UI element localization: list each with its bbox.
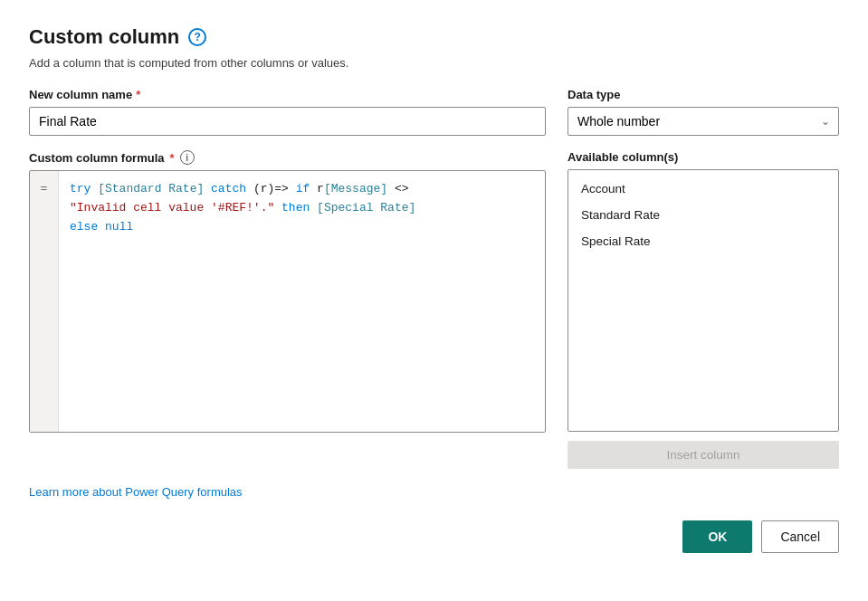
formula-required: * bbox=[170, 151, 175, 165]
list-item[interactable]: Standard Rate bbox=[568, 202, 838, 228]
top-form-row: New column name * Data type Automatic Te… bbox=[29, 88, 839, 136]
data-type-select-wrapper: Automatic Text Whole number Decimal numb… bbox=[568, 107, 839, 136]
formula-info-icon[interactable]: i bbox=[180, 150, 195, 165]
data-type-section: Data type Automatic Text Whole number De… bbox=[568, 88, 839, 136]
formula-col-left: Custom column formula * i = try [Standar… bbox=[29, 150, 546, 469]
ok-button[interactable]: OK bbox=[682, 520, 752, 553]
help-icon[interactable]: ? bbox=[188, 28, 206, 46]
column-name-input[interactable] bbox=[29, 107, 546, 136]
dialog-actions: OK Cancel bbox=[29, 520, 839, 553]
custom-column-dialog: Custom column ? Add a column that is com… bbox=[0, 0, 868, 601]
dialog-subtitle: Add a column that is computed from other… bbox=[29, 56, 839, 70]
formula-content-area[interactable]: try [Standard Rate] catch (r)=> if r[Mes… bbox=[59, 171, 545, 432]
cancel-button[interactable]: Cancel bbox=[761, 520, 839, 553]
formula-col-right: Available column(s) Account Standard Rat… bbox=[568, 150, 839, 469]
column-name-section: New column name * bbox=[29, 88, 546, 136]
formula-gutter: = bbox=[30, 171, 59, 432]
list-item[interactable]: Special Rate bbox=[568, 228, 838, 254]
column-name-label: New column name * bbox=[29, 88, 546, 101]
list-item[interactable]: Account bbox=[568, 176, 838, 202]
available-columns-label: Available column(s) bbox=[568, 150, 839, 164]
data-type-label: Data type bbox=[568, 88, 839, 101]
column-name-required: * bbox=[136, 88, 140, 101]
available-columns-list: Account Standard Rate Special Rate bbox=[568, 169, 839, 432]
dialog-title-row: Custom column ? bbox=[29, 25, 839, 49]
insert-column-button[interactable]: Insert column bbox=[568, 441, 839, 469]
learn-more-link[interactable]: Learn more about Power Query formulas bbox=[29, 485, 243, 499]
formula-section: Custom column formula * i = try [Standar… bbox=[29, 150, 839, 469]
data-type-select[interactable]: Automatic Text Whole number Decimal numb… bbox=[568, 107, 839, 136]
dialog-title: Custom column bbox=[29, 25, 179, 49]
formula-editor[interactable]: = try [Standard Rate] catch (r)=> if r[M… bbox=[29, 170, 546, 433]
formula-label-row: Custom column formula * i bbox=[29, 150, 546, 165]
